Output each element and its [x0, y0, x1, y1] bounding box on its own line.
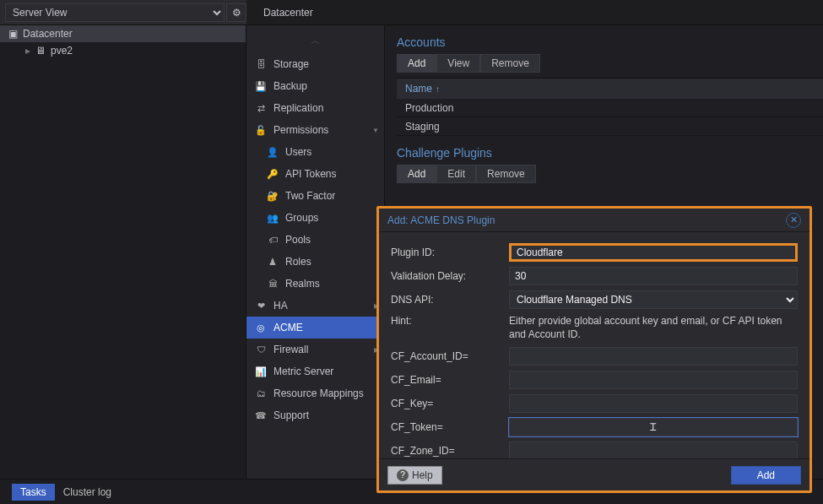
expand-icon: ▸ [25, 45, 30, 57]
accounts-toolbar: Add View Remove [397, 54, 823, 73]
validation-delay-input[interactable] [509, 267, 798, 285]
hint-text: Either provide global account key and em… [509, 315, 798, 341]
plugins-title: Challenge Plugins [397, 146, 823, 160]
roles-icon: ♟ [267, 257, 279, 268]
realms-icon: 🏛 [267, 279, 279, 289]
sidebar-item-label: Firewall [273, 344, 308, 355]
permissions-icon: 🔓 [255, 125, 267, 136]
sidebar-item-label: Backup [273, 80, 307, 92]
chevron-down-icon: ▼ [372, 127, 379, 134]
table-row[interactable]: Production [397, 99, 823, 117]
sidebar-item-label: Roles [285, 256, 311, 268]
sidebar-item-label: API Tokens [285, 168, 336, 180]
accounts-view-button[interactable]: View [436, 54, 480, 73]
tree-label: Datacenter [23, 28, 73, 40]
breadcrumb-label: Datacenter [263, 7, 313, 19]
collapse-icon[interactable]: ︿ [246, 34, 384, 48]
tree-node-pve2[interactable]: ▸ 🖥 pve2 [0, 42, 246, 59]
validation-delay-label: Validation Delay: [391, 270, 509, 282]
tab-cluster-log[interactable]: Cluster log [55, 484, 120, 501]
support-icon: ☎ [255, 410, 267, 421]
cf-key-input[interactable] [509, 394, 798, 413]
sidebar-item-api-tokens[interactable]: 🔑API Tokens [246, 163, 384, 185]
sidebar-item-roles[interactable]: ♟Roles [246, 251, 384, 273]
accounts-grid: Name ↑ ProductionStaging [397, 78, 823, 136]
cf-token-label: CF_Token= [391, 421, 509, 433]
accounts-col-name[interactable]: Name ↑ [397, 79, 823, 99]
plugins-remove-button[interactable]: Remove [476, 165, 536, 183]
sidebar-item-support[interactable]: ☎Support [246, 404, 384, 426]
help-button[interactable]: ? Help [387, 466, 442, 485]
dialog-title: Add: ACME DNS Plugin [387, 214, 495, 226]
add-acme-dns-plugin-dialog: Add: ACME DNS Plugin ✕ Plugin ID: Valida… [376, 206, 812, 493]
dns-api-label: DNS API: [391, 294, 509, 306]
plugins-section: Challenge Plugins Add Edit Remove [385, 136, 823, 183]
plugin-id-input[interactable] [509, 243, 798, 262]
sidebar-item-firewall[interactable]: 🛡Firewall▶ [246, 339, 384, 360]
backup-icon: 💾 [255, 81, 267, 92]
acme-icon: ◎ [255, 322, 267, 333]
sidebar-item-label: Groups [285, 212, 318, 224]
sidebar-item-backup[interactable]: 💾Backup [246, 75, 384, 97]
cf-email-input[interactable] [509, 371, 798, 389]
dialog-footer: ? Help Add [379, 458, 809, 490]
sidebar-item-label: Storage [273, 58, 309, 70]
plugin-id-label: Plugin ID: [391, 247, 509, 258]
sidebar-item-permissions[interactable]: 🔓Permissions▼ [246, 119, 384, 141]
sidebar-item-users[interactable]: 👤Users [246, 141, 384, 163]
sidebar-item-label: Resource Mappings [273, 387, 364, 399]
replication-icon: ⇄ [255, 103, 267, 114]
accounts-add-button[interactable]: Add [397, 54, 436, 73]
sidebar-item-label: Two Factor [285, 190, 335, 202]
cf-zone-id-input[interactable] [509, 442, 798, 458]
sidebar-item-metric-server[interactable]: 📊Metric Server [246, 360, 384, 382]
sort-asc-icon: ↑ [436, 84, 440, 94]
sidebar-item-label: Replication [273, 102, 323, 114]
sidebar-item-groups[interactable]: 👥Groups [246, 207, 384, 229]
pools-icon: 🏷 [267, 235, 279, 245]
plugins-add-button[interactable]: Add [397, 165, 436, 183]
firewall-icon: 🛡 [255, 344, 267, 355]
users-icon: 👤 [267, 147, 279, 158]
sidebar-item-storage[interactable]: 🗄Storage [246, 53, 384, 75]
cf-token-input[interactable]: Ꮖ [509, 418, 798, 436]
sidebar-item-two-factor[interactable]: 🔐Two Factor [246, 185, 384, 207]
sidebar-item-replication[interactable]: ⇄Replication [246, 97, 384, 119]
view-selector[interactable]: Server View [5, 3, 225, 22]
sidebar-item-pools[interactable]: 🏷Pools [246, 229, 384, 251]
view-settings-button[interactable]: ⚙ [226, 3, 246, 22]
hint-label: Hint: [391, 315, 509, 327]
sidebar-item-label: HA [273, 300, 288, 312]
tree-datacenter[interactable]: ▣ Datacenter [0, 25, 246, 42]
tab-tasks[interactable]: Tasks [12, 484, 55, 501]
dialog-close-button[interactable]: ✕ [786, 213, 801, 228]
plugins-toolbar: Add Edit Remove [397, 165, 823, 183]
sidebar-item-label: Users [285, 146, 311, 158]
dialog-add-button[interactable]: Add [731, 466, 801, 485]
help-icon: ? [397, 469, 409, 481]
storage-icon: 🗄 [255, 59, 267, 69]
plugins-edit-button[interactable]: Edit [436, 165, 476, 183]
datacenter-icon: ▣ [8, 28, 18, 40]
table-row[interactable]: Staging [397, 117, 823, 136]
ha-icon: ❤ [255, 301, 267, 312]
resource-tree: ▣ Datacenter ▸ 🖥 pve2 [0, 25, 246, 479]
sidebar-item-ha[interactable]: ❤HA▶ [246, 295, 384, 317]
sidebar-item-realms[interactable]: 🏛Realms [246, 273, 384, 295]
accounts-section: Accounts Add View Remove Name ↑ Producti… [385, 25, 823, 136]
cf-account-id-input[interactable] [509, 347, 798, 366]
breadcrumb: Datacenter [246, 0, 823, 25]
cf-account-id-label: CF_Account_ID= [391, 350, 509, 362]
sidebar-item-resource-mappings[interactable]: 🗂Resource Mappings [246, 382, 384, 404]
server-icon: 🖥 [35, 45, 46, 57]
sidebar-item-label: Realms [285, 278, 320, 290]
sidebar-item-label: ACME [273, 322, 303, 333]
dns-api-select[interactable]: Cloudflare Managed DNS [509, 290, 798, 309]
accounts-remove-button[interactable]: Remove [480, 54, 540, 73]
tokens-icon: 🔑 [267, 169, 279, 180]
sidebar-item-label: Pools [285, 234, 311, 246]
sidebar-item-label: Support [273, 409, 309, 421]
tree-label: pve2 [51, 45, 73, 57]
dialog-header: Add: ACME DNS Plugin ✕ [379, 209, 809, 232]
sidebar-item-acme[interactable]: ◎ACME [246, 317, 384, 339]
